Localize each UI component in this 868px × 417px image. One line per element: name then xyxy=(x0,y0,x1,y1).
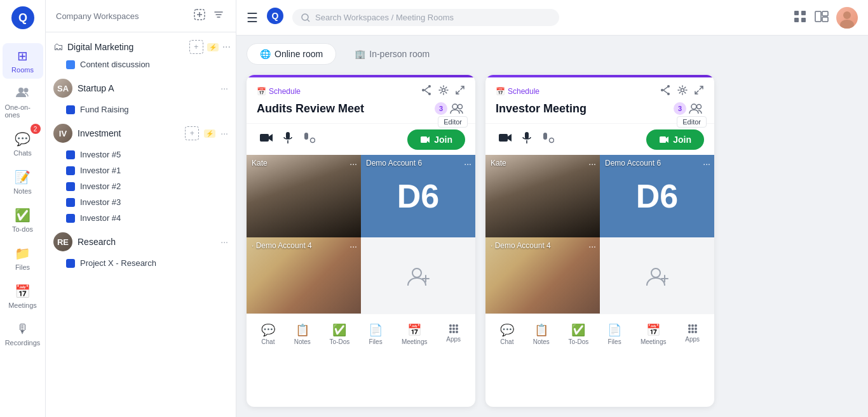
sort-button[interactable] xyxy=(212,8,226,24)
svg-point-41 xyxy=(456,328,458,330)
channel-investor-5[interactable]: Investor #5 xyxy=(51,147,231,162)
workspace-investment-header[interactable]: IV Investment + ⚡ ··· xyxy=(46,120,236,147)
nav-notes[interactable]: 📝 Notes xyxy=(3,164,43,200)
more-digital-marketing[interactable]: ··· xyxy=(222,41,231,53)
workspace-research-header[interactable]: RE Research ··· xyxy=(46,228,236,255)
hamburger-button[interactable]: ☰ xyxy=(247,10,258,25)
toolbar-chat-2[interactable]: 💬 Chat xyxy=(495,321,519,348)
share-button-2[interactable] xyxy=(661,85,671,97)
toolbar-todos-2[interactable]: ✅ To-Dos xyxy=(564,321,594,348)
panel-header: Company Workspaces xyxy=(46,0,236,32)
channel-investor-2[interactable]: Investor #2 xyxy=(51,178,231,194)
join-button-2[interactable]: Join xyxy=(646,129,704,150)
more-research[interactable]: ··· xyxy=(220,237,228,247)
more-startup-a[interactable]: ··· xyxy=(220,83,228,93)
toolbar-chat[interactable]: 💬 Chat xyxy=(256,321,280,348)
add-channel-digital-marketing[interactable]: + xyxy=(189,40,203,54)
nav-todos-label: To-dos xyxy=(12,225,33,233)
demo6-more[interactable]: ··· xyxy=(464,159,471,169)
video-add-user[interactable] xyxy=(361,237,475,314)
nav-chats[interactable]: 💬 Chats 2 xyxy=(3,126,43,162)
mic-button-2[interactable] xyxy=(520,129,534,150)
share-button[interactable] xyxy=(422,85,432,97)
toolbar-meetings-2[interactable]: 📅 Meetings xyxy=(635,321,672,348)
channel-fund-raising[interactable]: Fund Raising xyxy=(51,102,231,117)
nav-todos[interactable]: ✅ To-dos xyxy=(3,202,43,238)
search-bar[interactable]: Search Workspaces / Meeting Rooms xyxy=(292,9,559,26)
demo4-more[interactable]: ··· xyxy=(349,241,357,251)
channel-investor-1[interactable]: Investor #1 xyxy=(51,162,231,178)
svg-point-30 xyxy=(311,138,315,143)
toolbar-apps-2[interactable]: Apps xyxy=(680,321,705,348)
tab-in-person-room[interactable]: 🏢 In-person room xyxy=(341,43,443,65)
panel-sidebar: Company Workspaces 🗂 Digital Marketing xyxy=(46,0,236,417)
workspace-digital-marketing-name: Digital Marketing xyxy=(67,42,186,52)
join-label-2: Join xyxy=(673,135,691,145)
nav-files[interactable]: 📁 Files xyxy=(3,241,43,276)
video-add-user-2[interactable] xyxy=(600,237,714,314)
toolbar-todos[interactable]: ✅ To-Dos xyxy=(325,321,355,348)
toolbar-files-2[interactable]: 📄 Files xyxy=(602,321,627,348)
mic-settings-button-2[interactable] xyxy=(539,129,557,149)
grid-button[interactable] xyxy=(793,10,807,26)
more-investment[interactable]: ··· xyxy=(220,128,228,138)
toolbar-notes-2[interactable]: 📋 Notes xyxy=(528,321,555,348)
svg-point-9 xyxy=(302,14,308,20)
main-logo[interactable]: Q xyxy=(266,6,285,29)
expand-button-2[interactable] xyxy=(694,85,704,97)
svg-point-68 xyxy=(691,331,694,333)
add-channel-investment[interactable]: + xyxy=(185,126,199,140)
participant-info: 3 xyxy=(435,102,465,115)
workspace-startup-a-header[interactable]: SA Startup A ··· xyxy=(46,75,236,102)
toolbar-meetings[interactable]: 📅 Meetings xyxy=(397,321,433,348)
svg-point-65 xyxy=(691,328,694,330)
card-toolbar-2: 💬 Chat 📋 Notes ✅ To-Dos 📄 Files 📅 xyxy=(485,314,714,354)
channel-name: Investor #5 xyxy=(80,150,121,159)
nav-meetings[interactable]: 📅 Meetings xyxy=(3,279,43,314)
svg-point-50 xyxy=(697,105,702,109)
channel-dot xyxy=(66,259,75,268)
svg-point-37 xyxy=(452,324,455,327)
kate-more-2[interactable]: ··· xyxy=(588,159,596,169)
video-demo6-2: D6 Demo Account 6 ··· xyxy=(600,155,714,237)
settings-button[interactable] xyxy=(438,85,449,97)
mic-button[interactable] xyxy=(281,129,295,150)
editor-label: Editor xyxy=(438,116,468,128)
toolbar-notes[interactable]: 📋 Notes xyxy=(289,321,316,348)
participant-info-2: 3 xyxy=(674,102,704,115)
nav-one-on-ones[interactable]: One-on-ones xyxy=(3,81,43,124)
channel-content-discussion[interactable]: Content discussion xyxy=(51,56,231,72)
nav-recordings[interactable]: 🎙 Recordings xyxy=(3,317,43,352)
demo6-more-2[interactable]: ··· xyxy=(703,159,710,169)
video-kate: Kate ··· xyxy=(247,155,361,237)
add-workspace-button[interactable] xyxy=(193,8,207,24)
demo4-more-2[interactable]: ··· xyxy=(588,241,596,251)
toolbar-files[interactable]: 📄 Files xyxy=(363,321,388,348)
toolbar-apps[interactable]: Apps xyxy=(441,321,466,348)
workspace-digital-marketing-header[interactable]: 🗂 Digital Marketing + ⚡ ··· xyxy=(46,37,236,56)
tab-online-room[interactable]: 🌐 Online room xyxy=(247,43,336,65)
channel-investor-4[interactable]: Investor #4 xyxy=(51,210,231,226)
video-demo4-2: · Demo Account 4 ··· xyxy=(485,237,600,314)
svg-line-10 xyxy=(308,20,309,22)
mic-settings-button[interactable] xyxy=(300,129,318,149)
svg-rect-32 xyxy=(421,136,427,143)
video-button-2[interactable] xyxy=(496,130,515,149)
nav-rooms[interactable]: ⊞ Rooms xyxy=(3,43,43,79)
settings-button-2[interactable] xyxy=(677,85,688,97)
schedule-badge-2[interactable]: 📅 Schedule xyxy=(496,87,539,96)
video-button[interactable] xyxy=(257,130,276,149)
channel-project-x[interactable]: Project X - Research xyxy=(51,255,231,271)
kate-more[interactable]: ··· xyxy=(349,159,357,169)
svg-point-47 xyxy=(661,89,663,91)
channel-dot xyxy=(66,105,75,114)
svg-point-44 xyxy=(456,331,458,333)
channel-name: Investor #1 xyxy=(80,166,121,175)
layout-button[interactable] xyxy=(815,11,829,25)
user-avatar[interactable] xyxy=(836,7,858,29)
channel-investor-3[interactable]: Investor #3 xyxy=(51,194,231,210)
schedule-badge[interactable]: 📅 Schedule xyxy=(257,87,301,96)
expand-button[interactable] xyxy=(455,85,465,97)
join-button[interactable]: Join xyxy=(407,129,465,150)
card-header-top: 📅 Schedule xyxy=(257,85,465,97)
